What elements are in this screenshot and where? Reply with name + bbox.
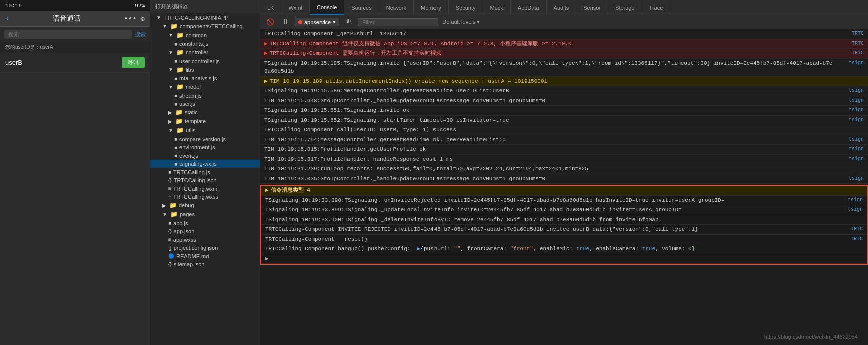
default-levels-dropdown[interactable]: Default levels ▾ [442,19,480,25]
tab-security[interactable]: Security [449,0,483,15]
appservice-selector[interactable]: appservice ▾ [295,18,339,26]
tree-item-tsignaling[interactable]: ■ tsignaling-wx.js [150,160,260,168]
phone-dots-icon[interactable]: ••• [124,15,136,23]
tree-item-mta[interactable]: ■ mta_analysis.js [150,74,260,83]
log-text: TIM 10:19:33.035:GroupController._handle… [264,175,834,183]
log-text: 信令消息类型 4 [271,186,833,195]
log-text: TIM 10:19:15.189:utils.autoIncrementInde… [270,77,834,86]
tree-item-debug[interactable]: ▶📁 debug [150,201,260,210]
phone-battery: 92% [135,3,145,9]
log-line-tsignaling-invite: TSignaling 10:19:15.185:TSignaling.invit… [260,59,868,77]
project-root[interactable]: ▼TRTC-CALLING-MINIAPP [150,13,260,22]
log-line-signal-type: ▶ 信令消息类型 4 [261,186,867,196]
tree-item-static[interactable]: ▶📁 static [150,108,260,117]
tab-lk[interactable]: LK [260,0,281,15]
clear-console-button[interactable]: 🚫 [264,17,276,27]
tab-memory[interactable]: Memory [414,0,449,15]
log-text: TSignaling 10:19:33.898:TSignaling._onIn… [265,196,833,205]
log-line-group-controller: TIM 10:19:15.648:GroupController._handle… [260,96,868,106]
tree-item-app-js[interactable]: ■ app.js [150,219,260,227]
tree-item-environment[interactable]: ■ environment.js [150,143,260,152]
log-line-autoincrement: ▶ TIM 10:19:15.189:utils.autoIncrementIn… [260,77,868,87]
log-line-update-local-invite: TSignaling 10:19:33.899:TSignaling._upda… [261,205,867,215]
phone-userid-label: 您的userID是：userA [0,42,150,53]
error-icon: ▶ [264,49,268,58]
tree-item-components[interactable]: ▼📁 components\TRTCCalling [150,22,260,31]
console-log-area[interactable]: TRTCCalling-Component _getPushUrl 133661… [260,29,868,345]
tree-item-pages[interactable]: ▼📁 pages [150,210,260,219]
tree-item-sitemap[interactable]: {} sitemap.json [150,260,260,269]
log-source: TRTC [833,225,863,233]
tree-item-model[interactable]: ▼📁 model [150,82,260,91]
tree-item-trtccalling-json[interactable]: {} TRTCCalling.json [150,176,260,185]
tree-item-event[interactable]: ■ event.js [150,151,260,160]
tab-trace[interactable]: Trace [642,0,671,15]
tree-item-utils[interactable]: ▼📁 utils [150,126,260,135]
log-source: TRTC [834,40,864,47]
tab-console[interactable]: Console [310,0,344,15]
tree-item-readme[interactable]: 🔵 README.md [150,252,260,260]
log-source: tsign [833,206,863,213]
tab-appdata[interactable]: AppData [511,0,547,15]
tree-item-app-json[interactable]: {} app.json [150,227,260,236]
tree-item-trtccalling-wxml[interactable]: ≡ TRTCCalling.wxml [150,184,260,193]
pause-on-exceptions-button[interactable]: ⏸ [280,17,291,27]
warn-icon: ▶ [264,77,268,86]
file-tree-header[interactable]: 打开的编辑器 [150,0,260,13]
tab-sources[interactable]: Sources [344,0,379,15]
log-line-start-timer: TSignaling 10:19:15.652:TSignaling._star… [260,116,868,126]
phone-search-input[interactable] [4,30,132,39]
phone-call-button[interactable]: 呼叫 [122,57,145,68]
log-text: TRTCCalling-Component call(userID: userB… [264,126,834,134]
warn-icon: ▶ [265,186,269,195]
tree-item-compare-version[interactable]: ■ compare-version.js [150,135,260,143]
log-text: TSignaling 10:19:33.900:TSignaling._dele… [265,216,833,224]
log-source: tsign [834,145,864,153]
appservice-label: appservice [304,19,331,25]
filter-input[interactable] [358,18,438,26]
log-line-getpeerreadtime: TSignaling 10:19:15.586:MessageControlle… [260,86,868,96]
tree-item-project-config[interactable]: {} project.config.json [150,244,260,252]
tree-item-stream[interactable]: ■ stream.js [150,91,260,100]
tree-item-trtccalling-js[interactable]: ■ TRTCCalling.js [150,168,260,176]
phone-search-button[interactable]: 搜索 [135,31,146,38]
console-tabs: LK Wxml Console Sources Network Memory S… [260,0,868,15]
tab-network[interactable]: Network [379,0,414,15]
log-line-expand[interactable]: ▶ [261,254,867,264]
tab-sensor[interactable]: Sensor [576,0,608,15]
log-line-invite-ok: TSignaling 10:19:15.651:TSignaling.invit… [260,106,868,116]
log-source: tsign [834,106,864,114]
log-text: TIM 10:19:31.239:runLoop reports: succes… [264,165,834,173]
expand-arrow-icon[interactable]: ▶ [265,255,269,263]
tree-item-trtccalling-wxss[interactable]: ≡ TRTCCalling.wxss [150,193,260,201]
tree-item-user-controller[interactable]: ■ user-controller.js [150,57,260,65]
tab-wxml[interactable]: Wxml [281,0,310,15]
tree-item-template[interactable]: ▶📁 template [150,117,260,126]
tree-item-controller[interactable]: ▼📁 controller [150,48,260,57]
phone-camera-icon[interactable]: ⊙ [141,15,145,23]
phone-title-icons: ••• ⊙ [124,15,145,23]
log-line-invitee-rejected-event: TRTCCalling-Component INVITEE_REJECTED i… [261,225,867,235]
log-text: TRTCCalling-Component hangup() pusherCon… [265,245,833,253]
eye-icon[interactable]: 👁 [343,17,354,27]
log-line-on-invitee-rejected: TSignaling 10:19:33.898:TSignaling._onIn… [261,196,867,206]
log-text: TSignaling 10:19:15.652:TSignaling._star… [264,116,834,125]
tab-storage[interactable]: Storage [608,0,642,15]
log-text: TRTCCalling-Component 组件仅支持微信 App iOS >=… [270,40,834,48]
tab-mock[interactable]: Mock [483,0,511,15]
log-line-ios-error: ▶ TRTCCalling-Component 组件仅支持微信 App iOS … [260,39,868,49]
log-source: TRTC [834,30,864,37]
tree-item-user[interactable]: ■ user.js [150,100,260,108]
log-text: TRTCCalling-Component _reset() [265,235,833,244]
log-text: TIM 10:19:15.794:MessageController.getPe… [264,136,834,144]
tree-item-libs[interactable]: ▼📁 libs [150,65,260,74]
tree-item-app-wxss[interactable]: ≡ app.wxss [150,235,260,244]
tree-item-common[interactable]: ▼📁 common [150,31,260,40]
tree-item-constants[interactable]: ■ constants.js [150,40,260,48]
tab-audits[interactable]: Audits [547,0,577,15]
phone-back-button[interactable]: ‹ [5,14,10,23]
log-line-peerreadtime-ok: TIM 10:19:15.794:MessageController.getPe… [260,135,868,145]
log-source: tsign [834,97,864,104]
log-text: TSignaling 10:19:33.899:TSignaling._upda… [265,206,833,214]
log-line-reset: TRTCCalling-Component _reset() TRTC [261,235,867,245]
